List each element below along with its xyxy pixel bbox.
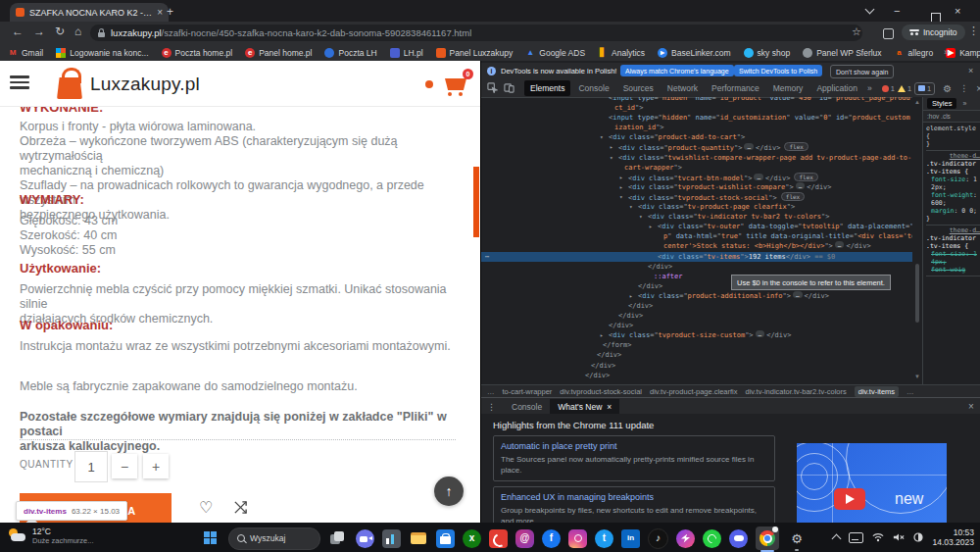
dom-line[interactable]: </div> xyxy=(481,321,912,330)
devtools-tab-application[interactable]: Application xyxy=(810,80,863,96)
hamburger-menu-icon[interactable] xyxy=(10,75,29,92)
start-icon[interactable] xyxy=(201,527,220,549)
twisty-icon[interactable]: ▾ xyxy=(619,192,623,202)
tab-close-icon[interactable]: × xyxy=(157,7,163,18)
spiral-app-icon[interactable]: @ xyxy=(515,529,534,548)
bookmark-item[interactable]: ▋Analytics xyxy=(598,48,645,58)
messenger-icon[interactable] xyxy=(676,529,695,548)
bookmark-item[interactable]: Logowanie na konc... xyxy=(56,48,148,58)
ellipsis-pill[interactable]: … xyxy=(796,182,806,189)
element-style-rule[interactable]: element.style { } xyxy=(926,125,980,151)
styles-filter-bar[interactable]: :hov .cls xyxy=(923,111,980,123)
dom-line[interactable]: </form> xyxy=(481,340,912,350)
dom-line[interactable]: </div> xyxy=(481,311,912,321)
breadcrumb-item[interactable]: to-cart-wrapper xyxy=(503,387,553,396)
linkedin-icon[interactable]: in xyxy=(621,529,640,548)
css-property[interactable]: font-size: 12px; xyxy=(926,176,980,191)
back-icon[interactable]: ← xyxy=(12,25,24,38)
bookmark-item[interactable]: ePanel home.pl xyxy=(245,48,312,58)
switch-polish-button[interactable]: Switch DevTools to Polish xyxy=(734,65,822,76)
dom-line[interactable]: ization_id"> xyxy=(481,123,912,132)
cart-icon[interactable]: 0 xyxy=(443,75,470,96)
twisty-icon[interactable]: ▾ xyxy=(600,132,604,142)
dom-line[interactable]: ▾<div class="tvproduct-stock-social">fle… xyxy=(481,192,912,202)
volume-muted-icon[interactable] xyxy=(893,528,905,546)
twisty-icon[interactable]: ▾ xyxy=(639,212,643,222)
breadcrumb-item[interactable]: div.tv-product-page.clearfix xyxy=(650,387,737,396)
tab-whats-new[interactable]: What's New × xyxy=(550,399,619,415)
chat-icon[interactable] xyxy=(356,529,374,548)
stylesheet-link[interactable]: theme-d… xyxy=(926,226,980,234)
dom-line[interactable]: </div> xyxy=(481,350,912,360)
bookmark-item[interactable]: ▶Kampania Produkto... xyxy=(946,48,980,58)
dont-show-again-button[interactable]: Don't show again xyxy=(830,65,894,78)
bookmark-item[interactable]: ePoczta home.pl xyxy=(162,48,233,58)
quantity-input[interactable]: 1 xyxy=(74,451,108,482)
red-app-icon[interactable] xyxy=(489,529,508,548)
compare-icon[interactable] xyxy=(233,500,248,519)
line-options-icon[interactable]: ⋯ xyxy=(485,252,489,262)
bookmark-item[interactable]: sky shop xyxy=(744,48,791,58)
twisty-icon[interactable]: ▸ xyxy=(610,142,613,152)
taskbar-clock[interactable]: 10:53 14.03.2023 xyxy=(932,527,974,547)
css-property[interactable]: font-weig xyxy=(926,266,980,274)
ellipsis-pill[interactable]: … xyxy=(754,174,763,180)
facebook-icon[interactable]: f xyxy=(542,529,561,548)
home-icon[interactable]: ⌂ xyxy=(74,25,81,38)
css-property[interactable]: font-weight: 600; xyxy=(926,191,980,207)
ellipsis-pill[interactable]: … xyxy=(756,330,765,337)
drawer-close-icon[interactable]: × xyxy=(968,401,974,412)
youtube-play-icon[interactable] xyxy=(834,488,865,510)
twisty-icon[interactable]: ▸ xyxy=(649,222,653,231)
dom-line[interactable]: ▾<div class="product-add-to-cart"> xyxy=(481,132,912,142)
devtools-tab-performance[interactable]: Performance xyxy=(706,80,765,96)
devtools-tab-sources[interactable]: Sources xyxy=(617,80,660,96)
bookmark-item[interactable]: MGmail xyxy=(8,48,43,58)
warning-badge[interactable]: 1 xyxy=(898,84,911,93)
address-bar[interactable]: luxzakupy.pl/szafki-nocne/450-szafka-noc… xyxy=(90,25,862,41)
css-property[interactable]: font-size: 14px; xyxy=(926,250,980,266)
whatsapp-icon[interactable] xyxy=(703,529,721,548)
css-property[interactable]: margin: 0 0; xyxy=(926,207,980,215)
chrome-icon[interactable] xyxy=(756,527,779,550)
bookmark-item[interactable]: Panel Luxzakupy xyxy=(436,48,514,58)
inspect-element-icon[interactable] xyxy=(487,79,498,97)
devtools-tab-elements[interactable]: Elements xyxy=(524,80,570,96)
dom-line[interactable]: </div> xyxy=(481,361,912,371)
device-toolbar-icon[interactable] xyxy=(504,79,514,97)
quantity-minus-button[interactable]: − xyxy=(112,454,137,478)
ellipsis-pill[interactable]: … xyxy=(744,143,754,150)
dom-line[interactable]: ▸<div class="tv-outer" data-toggle="tvto… xyxy=(481,222,912,231)
browser-menu-icon[interactable]: ⋮ xyxy=(968,25,979,37)
store-icon[interactable] xyxy=(436,529,455,548)
tab-styles[interactable]: Styles xyxy=(927,98,956,109)
page-scrollbar-thumb[interactable] xyxy=(473,167,479,237)
dom-line[interactable]: ct_id"> xyxy=(481,103,912,113)
twisty-icon[interactable]: ▸ xyxy=(619,182,623,192)
window-close-button[interactable]: × xyxy=(955,0,980,22)
tab-search-button[interactable] xyxy=(866,0,873,22)
flex-badge[interactable]: flex xyxy=(781,192,805,201)
dom-line[interactable]: </div> xyxy=(481,262,912,272)
match-language-button[interactable]: Always match Chrome's language xyxy=(620,65,734,76)
twitter-icon[interactable]: t xyxy=(595,529,613,548)
error-badge[interactable]: 1 xyxy=(882,84,895,93)
devtools-menu-icon[interactable]: ⋮ xyxy=(959,83,968,93)
issues-badge[interactable]: 1 xyxy=(914,82,935,95)
tray-status-icon[interactable] xyxy=(913,528,923,546)
account-icon[interactable] xyxy=(425,80,433,88)
breadcrumb-item[interactable]: … xyxy=(906,387,914,396)
xbox-icon[interactable]: x xyxy=(463,529,481,548)
site-logo-icon[interactable] xyxy=(57,68,82,99)
flex-badge[interactable]: flex xyxy=(794,173,817,181)
task-view-icon[interactable] xyxy=(328,527,348,549)
window-minimize-button[interactable]: − xyxy=(894,0,923,22)
whats-new-video-thumbnail[interactable]: new xyxy=(797,443,947,523)
touch-keyboard-icon[interactable] xyxy=(849,532,863,543)
wishlist-heart-icon[interactable]: ♡ xyxy=(199,498,213,517)
bookmark-item[interactable]: ▸BaseLinker.com xyxy=(658,48,730,58)
tray-chevron-icon[interactable] xyxy=(832,534,842,544)
settings-icon[interactable]: ⚙ xyxy=(787,527,807,549)
dom-line[interactable]: </div> xyxy=(481,301,912,311)
tabs-overflow-icon[interactable]: » xyxy=(863,83,876,93)
